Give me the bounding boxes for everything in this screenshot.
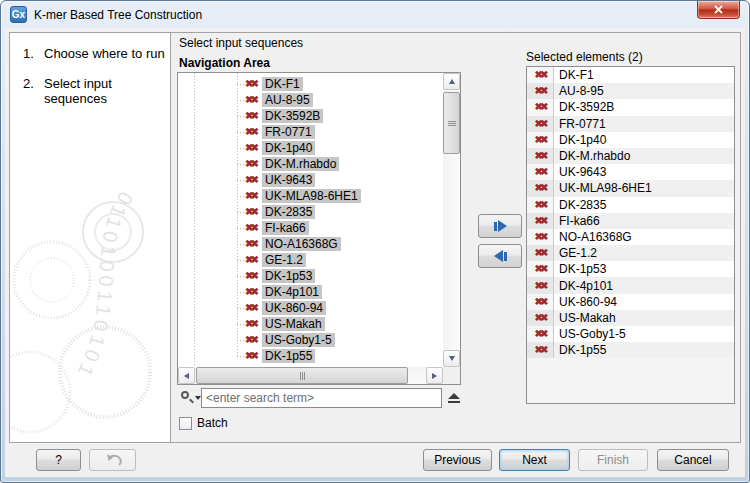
scroll-left-button[interactable] <box>178 367 195 384</box>
tree-branch-line <box>237 324 245 325</box>
add-elements-button[interactable] <box>478 214 522 238</box>
tree-item-label: DK-3592B <box>262 109 323 123</box>
selected-element-label: DK-M.rhabdo <box>554 149 630 163</box>
selected-element-row[interactable]: ✖✖DK-2835 <box>527 197 734 213</box>
tree-item-label: FR-0771 <box>262 125 315 139</box>
tree-item[interactable]: ✖✖GE-1.2 <box>178 252 443 268</box>
remove-arrow-icon <box>504 252 507 261</box>
selected-element-row[interactable]: ✖✖DK-1p40 <box>527 132 734 148</box>
arrow-down-icon <box>449 356 455 361</box>
cancel-button[interactable]: Cancel <box>657 449 729 471</box>
selected-element-row[interactable]: ✖✖DK-M.rhabdo <box>527 148 734 164</box>
navigation-tree[interactable]: ✖✖DK-F1✖✖AU-8-95✖✖DK-3592B✖✖FR-0771✖✖DK-… <box>178 73 443 367</box>
tree-item-label: US-Goby1-5 <box>262 333 335 347</box>
next-button[interactable]: Next <box>499 449 570 471</box>
app-icon: Gx <box>10 6 27 23</box>
title-bar[interactable]: Gx K-mer Based Tree Construction <box>1 1 749 28</box>
search-icon-handle <box>189 399 194 404</box>
tree-item[interactable]: ✖✖DK-3592B <box>178 108 443 124</box>
arrow-left-icon <box>184 373 189 379</box>
selected-element-row[interactable]: ✖✖NO-A16368G <box>527 229 734 245</box>
tree-item-label: DK-1p53 <box>262 269 315 283</box>
close-icon <box>714 5 723 14</box>
help-button[interactable]: ? <box>36 449 81 471</box>
tree-item[interactable]: ✖✖DK-M.rhabdo <box>178 156 443 172</box>
selected-element-row[interactable]: ✖✖FR-0771 <box>527 116 734 132</box>
step-number: 2. <box>23 76 44 106</box>
reset-button[interactable] <box>89 449 136 471</box>
tree-item-label: NO-A16368G <box>262 237 341 251</box>
selected-element-label: AU-8-95 <box>554 84 604 98</box>
selected-element-row[interactable]: ✖✖AU-8-95 <box>527 83 734 99</box>
vertical-scroll-thumb[interactable] <box>443 92 460 154</box>
close-button[interactable] <box>697 1 740 19</box>
selected-element-label: DK-2835 <box>554 198 606 212</box>
scroll-up-button[interactable] <box>443 73 460 90</box>
batch-checkbox[interactable] <box>179 417 192 430</box>
selected-element-label: US-Goby1-5 <box>554 327 626 341</box>
tree-item[interactable]: ✖✖DK-4p101 <box>178 284 443 300</box>
navigation-area-label: Navigation Area <box>179 56 270 70</box>
tree-item[interactable]: ✖✖UK-MLA98-6HE1 <box>178 188 443 204</box>
sequence-icon: ✖✖ <box>535 345 546 355</box>
horizontal-scrollbar[interactable] <box>178 367 443 384</box>
selected-element-label: DK-1p53 <box>554 262 606 276</box>
tree-item[interactable]: ✖✖DK-2835 <box>178 204 443 220</box>
search-input[interactable] <box>201 388 442 408</box>
tree-item[interactable]: ✖✖FR-0771 <box>178 124 443 140</box>
tree-item-label: DK-F1 <box>262 77 303 91</box>
tree-item[interactable]: ✖✖UK-9643 <box>178 172 443 188</box>
selected-element-row[interactable]: ✖✖DK-F1 <box>527 67 734 83</box>
tree-item[interactable]: ✖✖FI-ka66 <box>178 220 443 236</box>
horizontal-scroll-thumb[interactable] <box>196 367 408 384</box>
selected-element-row[interactable]: ✖✖UK-860-94 <box>527 294 734 310</box>
tree-item-label: UK-9643 <box>262 173 315 187</box>
sequence-icon: ✖✖ <box>245 191 262 201</box>
sequence-icon-cell: ✖✖ <box>527 148 554 164</box>
tree-branch-line <box>237 244 245 245</box>
vertical-scrollbar[interactable] <box>443 73 460 367</box>
scroll-down-button[interactable] <box>443 350 460 367</box>
selected-element-row[interactable]: ✖✖DK-1p53 <box>527 261 734 277</box>
search-options-button[interactable] <box>179 389 201 407</box>
selected-element-label: FR-0771 <box>554 117 606 131</box>
tree-item[interactable]: ✖✖AU-8-95 <box>178 92 443 108</box>
tree-item[interactable]: ✖✖DK-1p53 <box>178 268 443 284</box>
selected-element-row[interactable]: ✖✖DK-1p55 <box>527 342 734 358</box>
selected-element-row[interactable]: ✖✖UK-9643 <box>527 164 734 180</box>
selected-element-label: DK-F1 <box>554 68 594 82</box>
tree-item[interactable]: ✖✖NO-A16368G <box>178 236 443 252</box>
selected-element-row[interactable]: ✖✖US-Goby1-5 <box>527 326 734 342</box>
remove-elements-button[interactable] <box>478 244 522 268</box>
svg-text:0110100110101: 0110100110101 <box>72 188 137 384</box>
finish-button[interactable]: Finish <box>578 449 648 471</box>
tree-item[interactable]: ✖✖UK-860-94 <box>178 300 443 316</box>
selected-element-row[interactable]: ✖✖UK-MLA98-6HE1 <box>527 180 734 196</box>
previous-button[interactable]: Previous <box>423 449 492 471</box>
selected-element-label: NO-A16368G <box>554 230 632 244</box>
selected-element-row[interactable]: ✖✖FI-ka66 <box>527 213 734 229</box>
tree-item-label: GE-1.2 <box>262 253 306 267</box>
selected-element-row[interactable]: ✖✖DK-3592B <box>527 99 734 115</box>
tree-item-label: UK-860-94 <box>262 301 326 315</box>
sequence-icon-cell: ✖✖ <box>527 245 554 261</box>
sequence-icon: ✖✖ <box>245 239 262 249</box>
tree-item[interactable]: ✖✖DK-1p55 <box>178 348 443 364</box>
selected-elements-list[interactable]: ✖✖DK-F1✖✖AU-8-95✖✖DK-3592B✖✖FR-0771✖✖DK-… <box>526 66 735 404</box>
arrow-up-icon <box>449 79 455 84</box>
selected-element-row[interactable]: ✖✖US-Makah <box>527 310 734 326</box>
tree-item[interactable]: ✖✖US-Goby1-5 <box>178 332 443 348</box>
tree-item[interactable]: ✖✖US-Makah <box>178 316 443 332</box>
tree-item-label: DK-4p101 <box>262 285 322 299</box>
selected-element-label: DK-3592B <box>554 100 614 114</box>
scroll-right-button[interactable] <box>426 367 443 384</box>
sequence-icon: ✖✖ <box>535 281 546 291</box>
selected-element-row[interactable]: ✖✖DK-4p101 <box>527 277 734 293</box>
tree-item[interactable]: ✖✖DK-1p40 <box>178 140 443 156</box>
collapse-search-button[interactable] <box>448 393 460 403</box>
tree-item-label: DK-1p40 <box>262 141 315 155</box>
tree-item[interactable]: ✖✖DK-F1 <box>178 76 443 92</box>
sequence-icon-cell: ✖✖ <box>527 213 554 229</box>
selected-element-row[interactable]: ✖✖GE-1.2 <box>527 245 734 261</box>
tree-item-label: AU-8-95 <box>262 93 313 107</box>
